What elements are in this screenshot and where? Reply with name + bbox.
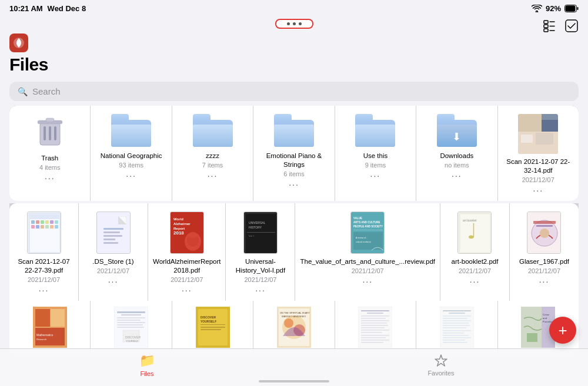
grid-cell-arts[interactable]: VALUE ARTS AND CULTURE PEOPLE AND SOCIET… [295, 203, 440, 301]
svg-rect-37 [45, 225, 49, 229]
grid-cell-downloads[interactable]: ⬇ Downloads no items ··· [416, 106, 497, 201]
grid-cell-emotional[interactable]: Emotional Piano & Strings 6 items ··· [253, 106, 334, 201]
natgeo-label: National Geographic [101, 152, 162, 160]
svg-rect-38 [50, 225, 54, 229]
artbooklet-more[interactable]: ··· [470, 277, 480, 286]
svg-rect-90 [117, 327, 144, 328]
svg-rect-1 [577, 7, 579, 10]
svg-rect-134 [443, 335, 469, 336]
universal-more[interactable]: ··· [255, 286, 266, 295]
svg-rect-20 [542, 120, 558, 132]
svg-rect-27 [30, 214, 59, 219]
grid-cell-natgeo[interactable]: National Geographic 93 items ··· [91, 106, 171, 201]
universal-thumb: UNIVERSAL HISTORY Vol. I [243, 212, 278, 254]
wifi-icon [532, 5, 542, 12]
svg-rect-36 [41, 225, 44, 229]
grid-cell-universal[interactable]: UNIVERSAL HISTORY Vol. I Universal-Histo… [226, 203, 295, 301]
arts-thumb: VALUE ARTS AND CULTURE PEOPLE AND SOCIET… [350, 212, 385, 254]
grid-cell-dsstore[interactable]: .DS_Store (1) 2021/12/07 ··· [79, 203, 148, 301]
arts-more[interactable]: ··· [362, 277, 373, 286]
dot2 [293, 22, 296, 25]
svg-rect-141 [527, 333, 537, 342]
battery-percent: 92% [546, 4, 561, 13]
battery-icon [564, 5, 579, 12]
add-fab-button[interactable]: + [549, 317, 576, 344]
svg-rect-80 [35, 328, 65, 345]
svg-rect-117 [361, 330, 389, 331]
svg-rect-136 [443, 340, 465, 341]
svg-rect-79 [51, 309, 65, 327]
usethis-more[interactable]: ··· [370, 171, 381, 180]
svg-rect-111 [361, 315, 389, 317]
svg-rect-32 [50, 220, 54, 224]
svg-rect-85 [121, 314, 141, 315]
grid-cell-alzheimer[interactable]: World Alzheimer Report 2018 WorldAlzheim… [148, 203, 225, 301]
svg-rect-4 [544, 25, 548, 28]
svg-point-104 [284, 318, 293, 328]
svg-rect-133 [443, 333, 464, 334]
scan2-more[interactable]: ··· [39, 286, 49, 295]
emotional-more[interactable]: ··· [289, 180, 299, 189]
svg-rect-13 [49, 126, 51, 140]
arts-meta: 2021/12/07 [352, 267, 384, 274]
svg-rect-2 [566, 5, 576, 11]
alzheimer-thumb: World Alzheimer Report 2018 [170, 212, 204, 254]
scan2-thumb [27, 212, 61, 254]
search-bar[interactable]: 🔍 Search [9, 82, 579, 101]
svg-text:DISCOVER: DISCOVER [201, 315, 216, 319]
glaser-meta: 2021/12/07 [528, 267, 560, 274]
grid-cell-usethis[interactable]: Use this 9 items ··· [335, 106, 416, 201]
downloads-more[interactable]: ··· [452, 171, 462, 180]
app-header: Files [0, 30, 588, 77]
svg-rect-128 [443, 320, 471, 321]
alzheimer-more[interactable]: ··· [182, 286, 192, 295]
alzheimer-label: WorldAlzheimerReport 2018.pdf [153, 257, 220, 275]
add-icon: + [558, 321, 567, 340]
universal-meta: 2021/12/07 [244, 276, 276, 283]
trash-icon [34, 114, 66, 149]
glaser-more[interactable]: ··· [539, 277, 550, 286]
dsstore-thumb [96, 212, 131, 254]
grid-cell-scan1[interactable]: Scan 2021-12-07 22-32-14.pdf 2021/12/07 … [498, 106, 579, 201]
grid-cell-trash[interactable]: Trash 4 items ··· [9, 106, 90, 201]
grid-cell-glaser[interactable]: Glaser_1967.pdf 2021/12/07 ··· [510, 203, 579, 301]
svg-rect-12 [44, 126, 46, 140]
zzzz-more[interactable]: ··· [208, 171, 218, 180]
dots-button[interactable] [275, 19, 313, 29]
grid-cell-scan2[interactable]: Scan 2021-12-07 22-27-39.pdf 2021/12/07 … [9, 203, 78, 301]
scan1-more[interactable]: ··· [533, 186, 543, 195]
universal-label: Universal-History_Vol-I.pdf [230, 257, 290, 275]
svg-rect-39 [55, 225, 58, 229]
svg-rect-131 [443, 327, 466, 328]
files-grid-row1: Trash 4 items ··· National Geographic 93… [9, 106, 579, 201]
svg-rect-9 [566, 20, 577, 32]
natgeo-more[interactable]: ··· [126, 171, 136, 180]
svg-rect-114 [361, 323, 387, 324]
top-right-actions [542, 19, 579, 33]
svg-rect-115 [361, 325, 388, 326]
tab-files[interactable]: 📁 Files [0, 353, 294, 377]
tab-favorites[interactable]: Favorites [294, 354, 588, 377]
trash-more[interactable]: ··· [45, 173, 55, 183]
dsstore-more[interactable]: ··· [108, 277, 119, 286]
svg-rect-28 [31, 220, 35, 224]
grid-cell-zzzz[interactable]: zzzz 7 items ··· [172, 106, 253, 201]
grid-cell-artbooklet[interactable]: ♩ art booklet art-booklet2.pdf 2021/12/0… [440, 203, 509, 301]
svg-rect-124 [443, 310, 471, 311]
svg-rect-126 [443, 315, 471, 317]
dot1 [287, 22, 290, 25]
arts-label: The_value_of_arts_and_culture_...review.… [300, 257, 435, 266]
svg-rect-75 [536, 225, 553, 227]
zzzz-label: zzzz [206, 152, 219, 160]
svg-rect-99 [201, 327, 225, 328]
svg-rect-35 [36, 225, 39, 229]
svg-text:Research: Research [36, 338, 46, 341]
grid-view-icon[interactable] [542, 19, 556, 33]
glaser-thumb [527, 212, 561, 254]
svg-rect-18 [518, 114, 542, 132]
check-icon[interactable] [564, 19, 579, 33]
svg-rect-43 [103, 228, 123, 230]
svg-text:HISTORY: HISTORY [249, 226, 262, 229]
svg-rect-129 [443, 323, 469, 324]
downloads-label: Downloads [440, 152, 473, 160]
